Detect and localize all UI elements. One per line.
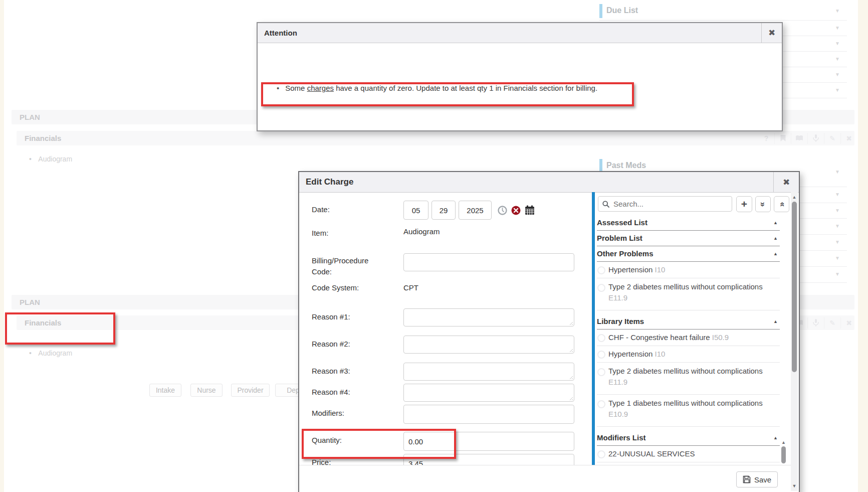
- reason3-label: Reason #3:: [312, 367, 350, 375]
- remove-icon[interactable]: ✖: [840, 133, 857, 144]
- code-list-item[interactable]: 22-UNUSUAL SERVICES: [597, 446, 780, 462]
- bookmark-icon[interactable]: [774, 133, 791, 144]
- code-list-item[interactable]: Hypertension I10: [597, 346, 780, 363]
- dialog-scrollbar-thumb[interactable]: [792, 202, 797, 372]
- chevron-down-icon[interactable]: ▼: [835, 26, 840, 31]
- radio-icon[interactable]: [597, 450, 605, 458]
- scroll-up-icon[interactable]: ▲: [791, 194, 798, 201]
- microphone-icon[interactable]: [807, 133, 824, 144]
- chevron-down-icon[interactable]: ▼: [835, 192, 840, 197]
- caret-up-icon: ▲: [773, 314, 780, 329]
- sidebar-divider: [592, 192, 595, 465]
- section-other-problems[interactable]: Other Problems▲: [597, 246, 780, 262]
- modifiers-input[interactable]: [403, 405, 574, 424]
- radio-icon[interactable]: [597, 368, 605, 376]
- code-list-item[interactable]: Type 2 diabetes mellitus without complic…: [597, 363, 780, 395]
- calendar-icon[interactable]: [525, 205, 535, 217]
- price-input[interactable]: [403, 454, 574, 465]
- save-icon: [743, 475, 751, 483]
- charge-item-label[interactable]: Audiogram: [34, 349, 72, 357]
- reason2-input[interactable]: [403, 336, 574, 354]
- close-icon[interactable]: ✖: [773, 172, 799, 192]
- tab-intake[interactable]: Intake: [149, 384, 181, 397]
- microphone-icon[interactable]: [807, 317, 824, 329]
- section-toolbar: ? ✎ ✖: [758, 131, 857, 145]
- chevron-down-icon[interactable]: ▼: [835, 208, 840, 213]
- radio-icon[interactable]: [597, 266, 605, 274]
- search-icon: [602, 201, 609, 208]
- edit-charge-dialog-title: Edit Charge: [299, 172, 773, 192]
- attention-message: •Some charges have a quantity of zero. U…: [277, 84, 597, 92]
- code-list-item[interactable]: Type 2 diabetes mellitus without complic…: [597, 278, 780, 310]
- search-input[interactable]: [612, 199, 728, 209]
- radio-icon[interactable]: [597, 400, 605, 408]
- chevron-down-icon[interactable]: ▼: [835, 88, 840, 93]
- quantity-label: Quantity:: [312, 436, 342, 444]
- clock-icon[interactable]: [498, 206, 507, 217]
- save-button[interactable]: Save: [736, 471, 778, 487]
- radio-icon[interactable]: [597, 351, 605, 359]
- chevron-down-icon[interactable]: ▼: [835, 57, 840, 62]
- section-assessed-list[interactable]: Assessed List▲: [597, 215, 780, 231]
- charge-item-label[interactable]: Audiogram: [34, 155, 72, 163]
- list-scrollbar[interactable]: ▲: [781, 439, 786, 465]
- close-icon[interactable]: ✖: [761, 23, 782, 43]
- bullet-icon: •: [29, 155, 32, 163]
- edit-charge-content: Date: Item: Audiogram Billing/ProcedureC…: [299, 192, 791, 465]
- bullet-icon: •: [29, 349, 32, 357]
- reason4-label: Reason #4:: [312, 388, 350, 396]
- pencil-icon[interactable]: ✎: [824, 133, 840, 144]
- list-scrollbar-thumb[interactable]: [781, 446, 786, 463]
- scroll-up-icon[interactable]: ▲: [781, 439, 786, 446]
- reason3-input[interactable]: [403, 363, 574, 381]
- code-lists: Assessed List▲ Problem List▲ Other Probl…: [597, 215, 780, 465]
- chevron-down-icon[interactable]: ▼: [835, 256, 840, 261]
- tab-nurse[interactable]: Nurse: [190, 384, 223, 397]
- caret-up-icon: ▲: [773, 430, 780, 445]
- code-list-item[interactable]: CHF - Congestive heart failure I50.9: [597, 330, 780, 346]
- add-code-button[interactable]: +: [736, 196, 752, 212]
- attention-dialog-header: Attention ✖: [258, 23, 782, 43]
- chevron-down-icon[interactable]: ▼: [835, 41, 840, 46]
- financials-list-item: • Audiogram: [29, 154, 72, 163]
- due-list-label: Due List: [606, 6, 638, 15]
- chevron-down-icon[interactable]: ▼: [835, 240, 840, 245]
- chevron-down-icon[interactable]: ▼: [835, 9, 840, 14]
- radio-icon[interactable]: [597, 284, 605, 292]
- clear-date-icon[interactable]: [511, 206, 521, 217]
- date-month-input[interactable]: [403, 201, 428, 220]
- due-list-row[interactable]: Due List ▼: [599, 2, 847, 21]
- help-icon[interactable]: ?: [758, 133, 774, 144]
- dialog-scrollbar[interactable]: ▲ ▼: [791, 192, 798, 491]
- section-problem-list[interactable]: Problem List▲: [597, 231, 780, 246]
- chevron-down-icon[interactable]: ▼: [835, 170, 840, 175]
- radio-icon[interactable]: [597, 334, 605, 342]
- tab-provider[interactable]: Provider: [231, 384, 270, 397]
- reason1-input[interactable]: [403, 308, 574, 326]
- code-list-item[interactable]: Hypertension I10: [597, 262, 780, 278]
- reason1-label: Reason #1:: [312, 312, 350, 321]
- date-year-input[interactable]: [459, 201, 492, 220]
- book-icon[interactable]: [791, 133, 807, 144]
- quantity-input[interactable]: [403, 432, 574, 451]
- chevron-down-icon[interactable]: ▼: [835, 72, 840, 77]
- attention-dialog: Attention ✖ •Some charges have a quantit…: [257, 22, 783, 131]
- expand-all-button[interactable]: »: [774, 196, 789, 212]
- collapse-all-button[interactable]: »: [755, 196, 771, 212]
- reason4-input[interactable]: [403, 384, 574, 402]
- section-modifiers-list[interactable]: Modifiers List▲: [597, 430, 780, 446]
- remove-icon[interactable]: ✖: [840, 317, 857, 329]
- search-box[interactable]: [598, 196, 732, 212]
- code-list-item[interactable]: Type 1 diabetes mellitus without complic…: [597, 395, 780, 427]
- edit-charge-footer: Save: [299, 465, 791, 492]
- chevron-down-icon[interactable]: ▼: [835, 272, 840, 277]
- billing-code-input[interactable]: [403, 253, 574, 271]
- section-library-items[interactable]: Library Items▲: [597, 314, 780, 330]
- edit-charge-dialog-header: Edit Charge ✖: [299, 172, 799, 193]
- date-day-input[interactable]: [431, 201, 456, 220]
- chevron-down-icon[interactable]: ▼: [835, 224, 840, 229]
- code-system-label: Code System:: [312, 283, 359, 292]
- scroll-down-icon[interactable]: ▼: [791, 482, 798, 489]
- charges-link[interactable]: charges: [307, 84, 334, 92]
- pencil-icon[interactable]: ✎: [824, 317, 840, 329]
